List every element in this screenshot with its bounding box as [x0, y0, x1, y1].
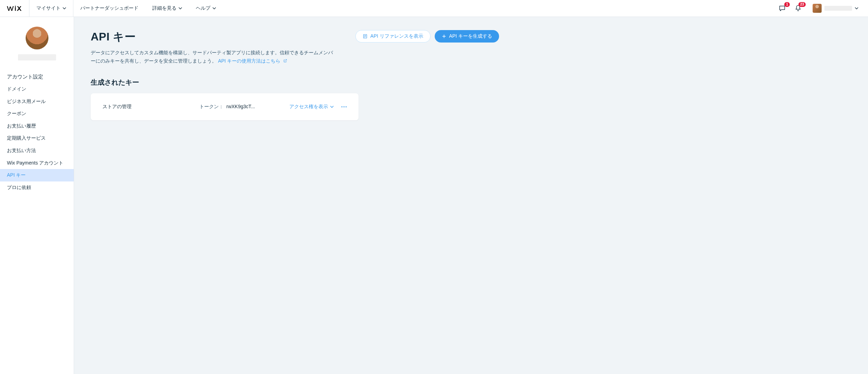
- more-actions-button[interactable]: [341, 106, 347, 107]
- sidebar-item-hire-pro[interactable]: プロに依頼: [0, 181, 74, 194]
- sidebar: アカウント設定 ドメイン ビジネス用メール クーポン お支払い履歴 定期購入サー…: [0, 17, 74, 374]
- chevron-down-icon: [179, 7, 182, 9]
- api-reference-label: API リファレンスを表示: [370, 33, 423, 39]
- nav-details-label: 詳細を見る: [152, 5, 177, 11]
- sidebar-item-coupons[interactable]: クーポン: [0, 107, 74, 120]
- api-reference-button[interactable]: API リファレンスを表示: [355, 30, 430, 43]
- api-usage-link[interactable]: API キーの使用方法はこちら: [218, 58, 287, 64]
- sidebar-item-payment-methods[interactable]: お支払い方法: [0, 144, 74, 157]
- account-name: [824, 6, 852, 11]
- sidebar-item-domains[interactable]: ドメイン: [0, 83, 74, 95]
- profile-card: [0, 27, 74, 69]
- key-token: トークン： rwXK9g3cT...: [199, 104, 255, 110]
- wix-logo[interactable]: [0, 0, 29, 17]
- avatar: [813, 4, 822, 13]
- keys-card: ストアの管理 トークン： rwXK9g3cT... アクセス権を表示: [91, 93, 359, 120]
- header-actions: API リファレンスを表示 API キーを生成する: [355, 29, 499, 43]
- generate-key-button[interactable]: API キーを生成する: [435, 30, 499, 43]
- account-menu[interactable]: [809, 0, 862, 17]
- key-row: ストアの管理 トークン： rwXK9g3cT... アクセス権を表示: [91, 93, 359, 120]
- wix-logo-svg: [7, 5, 22, 12]
- sidebar-item-subscriptions[interactable]: 定期購入サービス: [0, 132, 74, 144]
- avatar: [26, 27, 48, 49]
- key-token-value: rwXK9g3cT...: [226, 104, 255, 109]
- top-bar: マイサイト パートナーダッシュボード 詳細を見る ヘルプ 1 23: [0, 0, 868, 17]
- notifications-button[interactable]: 23: [793, 3, 803, 13]
- sidebar-item-api-keys[interactable]: API キー: [0, 169, 74, 181]
- nav-help-label: ヘルプ: [196, 5, 210, 11]
- key-name: ストアの管理: [102, 104, 186, 110]
- nav-partner[interactable]: パートナーダッシュボード: [73, 0, 145, 17]
- generate-key-label: API キーを生成する: [449, 33, 492, 39]
- nav-partner-label: パートナーダッシュボード: [80, 5, 138, 11]
- nav-details[interactable]: 詳細を見る: [145, 0, 189, 17]
- profile-name: [18, 54, 56, 60]
- chevron-down-icon: [213, 7, 216, 9]
- key-actions: アクセス権を表示: [289, 104, 347, 110]
- sidebar-item-business-email[interactable]: ビジネス用メール: [0, 95, 74, 108]
- topbar-right: 1 23: [777, 0, 868, 17]
- notifications-badge: 23: [798, 2, 806, 7]
- svg-point-1: [341, 106, 342, 107]
- page-title: API キー: [91, 29, 333, 45]
- sidebar-item-wix-payments[interactable]: Wix Payments アカウント: [0, 157, 74, 169]
- chevron-down-icon: [63, 7, 66, 9]
- document-icon: [363, 34, 368, 39]
- key-token-label: トークン：: [199, 104, 224, 110]
- chevron-down-icon: [330, 106, 334, 108]
- plus-icon: [442, 34, 446, 39]
- page-description: データにアクセスしてカスタム機能を構築し、サードパーティ製アプリに接続します。信…: [91, 49, 333, 65]
- external-link-icon: [283, 59, 287, 63]
- generated-keys-heading: 生成されたキー: [91, 78, 851, 87]
- dots-icon: [341, 106, 347, 107]
- page-header: API キー データにアクセスしてカスタム機能を構築し、サードパーティ製アプリに…: [91, 29, 499, 65]
- svg-point-3: [345, 106, 346, 107]
- show-permissions-label: アクセス権を表示: [289, 104, 328, 110]
- sidebar-section-title: アカウント設定: [0, 69, 74, 83]
- sidebar-nav: ドメイン ビジネス用メール クーポン お支払い履歴 定期購入サービス お支払い方…: [0, 83, 74, 194]
- page-description-text: データにアクセスしてカスタム機能を構築し、サードパーティ製アプリに接続します。信…: [91, 50, 333, 64]
- inbox-button[interactable]: 1: [777, 3, 787, 13]
- inbox-badge: 1: [784, 2, 790, 7]
- title-block: API キー データにアクセスしてカスタム機能を構築し、サードパーティ製アプリに…: [91, 29, 333, 65]
- svg-point-2: [343, 106, 344, 107]
- nav-mysites-label: マイサイト: [36, 5, 61, 11]
- chevron-down-icon: [855, 7, 858, 9]
- page-body: アカウント設定 ドメイン ビジネス用メール クーポン お支払い履歴 定期購入サー…: [0, 17, 868, 374]
- main-content: API キー データにアクセスしてカスタム機能を構築し、サードパーティ製アプリに…: [74, 17, 868, 374]
- api-usage-link-label: API キーの使用方法はこちら: [218, 58, 280, 64]
- nav-mysites[interactable]: マイサイト: [29, 0, 73, 17]
- sidebar-item-payment-history[interactable]: お支払い履歴: [0, 120, 74, 132]
- show-permissions-button[interactable]: アクセス権を表示: [289, 104, 334, 110]
- nav-help[interactable]: ヘルプ: [189, 0, 223, 17]
